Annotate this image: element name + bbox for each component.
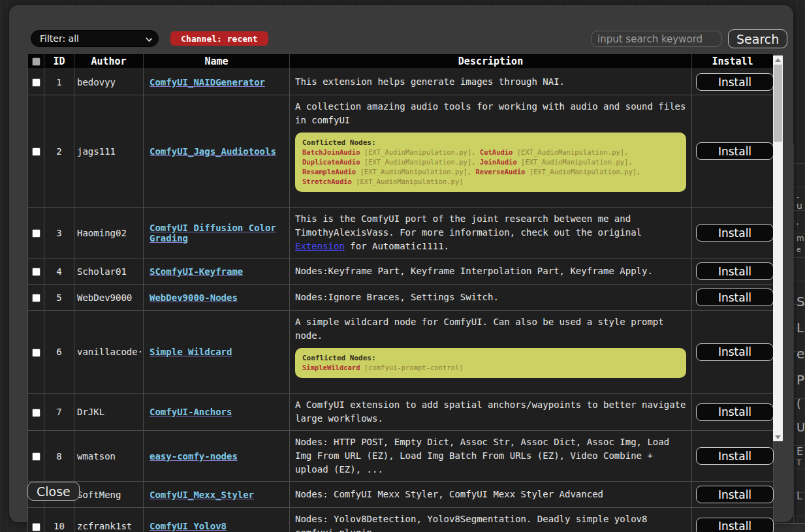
table-row: 5 WebDev9000 WebDev9000-Nodes Nodes:Igno… (28, 285, 774, 311)
row-description: Nodes: HTTP POST, Empty Dict, Assoc Str,… (290, 431, 692, 482)
install-button[interactable]: Install (696, 262, 774, 280)
header-description: Description (290, 54, 692, 69)
scrollbar-up-icon[interactable] (773, 55, 783, 64)
background-text-fragment: L (797, 321, 804, 334)
extension-name-link[interactable]: easy-comfy-nodes (150, 451, 238, 462)
extension-name-link[interactable]: SComfyUI-Keyframe (150, 266, 243, 277)
install-button[interactable]: Install (696, 73, 774, 91)
row-author: wmatson (74, 431, 144, 482)
scrollbar-down-icon[interactable] (773, 433, 783, 441)
install-button[interactable]: Install (696, 518, 774, 532)
background-text-fragment: m (797, 234, 804, 242)
extension-name-link[interactable]: ComfyUI_Jags_Audiotools (150, 146, 276, 157)
install-button[interactable]: Install (696, 343, 774, 361)
row-checkbox[interactable] (32, 229, 40, 238)
background-text-fragment: - (797, 193, 799, 200)
row-id: 7 (44, 394, 74, 431)
select-all-checkbox[interactable] (32, 57, 40, 66)
custom-node-installer-dialog: Filter: all Channel: recent Search ID Au… (9, 5, 793, 522)
row-author: bedovyy (74, 69, 144, 95)
description-text: Nodes: HTTP POST, Empty Dict, Assoc Str,… (295, 435, 686, 477)
install-button[interactable]: Install (696, 224, 774, 242)
extensions-table: ID Author Name Description Install 1 bed… (27, 54, 774, 532)
row-checkbox[interactable] (32, 148, 40, 156)
header-install: Install (692, 54, 774, 69)
description-text: A collection amazing audio tools for wor… (295, 100, 686, 127)
table-scrollbar[interactable] (773, 55, 783, 441)
row-checkbox[interactable] (32, 452, 40, 461)
row-checkbox[interactable] (32, 294, 40, 302)
description-link[interactable]: Extension (295, 241, 345, 251)
row-author: WebDev9000 (74, 285, 144, 311)
table-row: 1 bedovyy ComfyUI_NAIDGenerator This ext… (28, 69, 774, 95)
row-description: Nodes:Keyframe Part, Keyframe Interpolat… (290, 258, 692, 285)
install-button[interactable]: Install (696, 447, 774, 465)
background-text-fragment: T (797, 459, 801, 467)
row-description: A ComfyUI extension to add spatial ancho… (290, 394, 692, 431)
extension-name-link[interactable]: ComfyUI Yolov8 (150, 521, 227, 531)
filter-select-wrap: Filter: all (31, 30, 159, 47)
conflicted-nodes-box: Conflicted Nodes:BatchJoinAudio [EXT_Aud… (295, 133, 686, 192)
header-author: Author (74, 54, 144, 69)
row-id: 3 (44, 208, 74, 258)
extension-name-link[interactable]: WebDev9000-Nodes (150, 292, 238, 303)
table-body: 1 bedovyy ComfyUI_NAIDGenerator This ext… (28, 69, 774, 532)
row-description: Nodes:Ignore Braces, Settings Switch. (290, 285, 692, 311)
row-author: Haoming02 (74, 208, 144, 258)
close-button[interactable]: Close (27, 482, 80, 501)
extension-name-link[interactable]: ComfyUI_Mexx_Styler (150, 490, 254, 500)
row-id: 10 (44, 508, 74, 532)
background-text-fragment: u (797, 201, 802, 210)
row-description: This extension helps generate images thr… (290, 69, 692, 95)
background-text-fragment: e (797, 347, 804, 360)
description-text: A ComfyUI extension to add spatial ancho… (295, 398, 686, 426)
row-checkbox[interactable] (32, 268, 40, 276)
install-button[interactable]: Install (696, 142, 774, 160)
conflicted-nodes-title: Conflicted Nodes: (302, 353, 679, 363)
install-button[interactable]: Install (696, 289, 774, 306)
row-id: 2 (44, 95, 74, 208)
install-button[interactable]: Install (696, 403, 774, 421)
row-checkbox[interactable] (32, 349, 40, 357)
extension-name-link[interactable]: ComfyUI Diffusion Color Grading (150, 223, 276, 243)
row-author: Scholar01 (74, 258, 144, 285)
table-row: 10 zcfrank1st ComfyUI Yolov8 Nodes: Yolo… (28, 508, 774, 532)
background-text-fragment: L (797, 491, 802, 501)
search-input[interactable] (591, 31, 722, 47)
row-description: Nodes: Yolov8Detection, Yolov8Segmentati… (290, 508, 692, 532)
row-author: DrJKL (74, 394, 144, 431)
install-button[interactable]: Install (696, 486, 774, 503)
extension-name-link[interactable]: ComfyUI_NAIDGenerator (150, 77, 265, 87)
background-text-fragment: e (797, 246, 801, 253)
table-row: 3 Haoming02 ComfyUI Diffusion Color Grad… (28, 208, 774, 258)
table-header-row: ID Author Name Description Install (28, 54, 774, 69)
row-description: Nodes: ComfyUI Mexx Styler, ComfyUI Mexx… (290, 482, 692, 508)
row-id: 1 (44, 69, 74, 95)
background-text-fragment: ' (797, 223, 798, 230)
background-text-fragment: U (797, 422, 805, 433)
row-checkbox[interactable] (32, 78, 40, 87)
row-description: A simple wildcard node for ComfyUI. Can … (290, 311, 692, 394)
background-text-fragment: E (797, 446, 803, 457)
description-text: Nodes:Ignore Braces, Settings Switch. (295, 290, 686, 304)
row-checkbox[interactable] (32, 523, 40, 531)
row-id: 4 (44, 258, 74, 285)
table-row: 8 wmatson easy-comfy-nodes Nodes: HTTP P… (28, 431, 774, 482)
row-author: zcfrank1st (74, 508, 144, 532)
extension-name-link[interactable]: ComfyUI-Anchors (150, 407, 232, 417)
row-id: 5 (44, 285, 74, 311)
conflicted-nodes-list: SimpleWildcard [comfyui-prompt-control] (302, 363, 679, 373)
conflicted-nodes-title: Conflicted Nodes: (302, 138, 679, 148)
description-text: This extension helps generate images thr… (295, 75, 686, 89)
search-button[interactable]: Search (728, 29, 787, 48)
background-text-fragment: S (797, 295, 805, 308)
header-id: ID (44, 54, 74, 69)
filter-select[interactable]: Filter: all (31, 30, 159, 47)
channel-badge: Channel: recent (170, 31, 268, 46)
table-row: 2 jags111 ComfyUI_Jags_Audiotools A coll… (28, 95, 774, 208)
row-description: A collection amazing audio tools for wor… (290, 95, 692, 208)
extension-name-link[interactable]: Simple Wildcard (150, 347, 232, 357)
row-author: SoftMeng (74, 482, 144, 508)
row-checkbox[interactable] (32, 409, 40, 417)
scrollbar-thumb[interactable] (774, 65, 782, 142)
